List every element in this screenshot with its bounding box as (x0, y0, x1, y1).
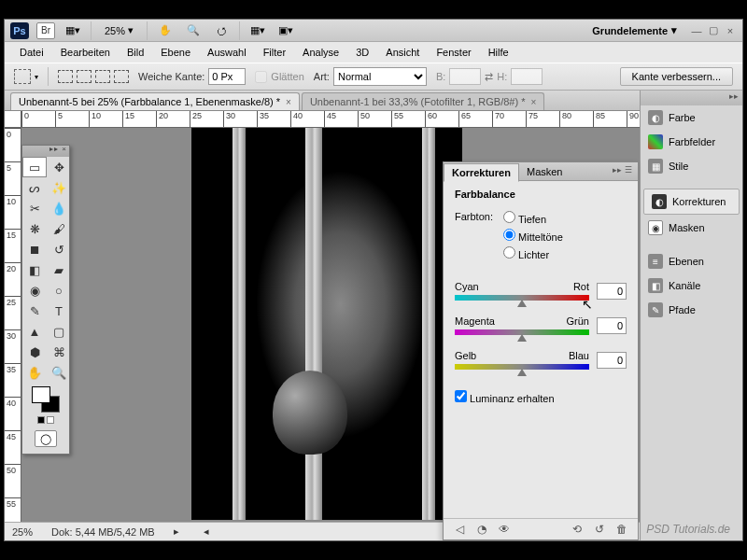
move-tool[interactable]: ✥ (47, 157, 71, 177)
marquee-tool[interactable]: ▭ (22, 157, 47, 177)
zoom-tool[interactable]: 🔍 (47, 362, 71, 383)
panel-korrekturen[interactable]: ◐Korrekturen (643, 189, 740, 215)
dodge-tool[interactable]: ○ (47, 280, 71, 301)
zoom-select[interactable]: 25%▾ (99, 24, 139, 36)
heal-tool[interactable]: ❋ (22, 218, 47, 239)
style-select[interactable]: Normal (333, 67, 427, 86)
hand-tool[interactable]: ✋ (22, 362, 47, 383)
foreground-color[interactable] (32, 386, 50, 403)
prev-state-icon[interactable]: ⟲ (571, 523, 584, 536)
close-button[interactable]: × (724, 24, 737, 37)
maximize-button[interactable]: ▢ (707, 24, 720, 37)
toolbox-header[interactable] (22, 146, 69, 157)
tab-masken[interactable]: Masken (519, 163, 571, 180)
radio-lichter[interactable]: Lichter (503, 246, 563, 260)
3d-cam-tool[interactable]: ⌘ (47, 342, 71, 362)
bridge-logo[interactable]: Br (36, 22, 55, 39)
tab-korrekturen[interactable]: Korrekturen (444, 163, 519, 182)
menu-ansicht[interactable]: Ansicht (378, 44, 427, 61)
cursor-icon: ↖ (582, 297, 593, 312)
ruler-origin[interactable] (5, 111, 21, 128)
rotate-view-shortcut[interactable]: ⭯ (211, 22, 232, 39)
path-select-tool[interactable]: ▲ (22, 321, 47, 342)
scroll-left-icon[interactable]: ◂ (204, 525, 209, 538)
3d-tool[interactable]: ⬢ (22, 342, 47, 362)
panel-stile[interactable]: ▦Stile (641, 154, 742, 178)
menu-fenster[interactable]: Fenster (429, 44, 478, 61)
label-rot: Rot (573, 281, 589, 292)
panel-farbfelder[interactable]: Farbfelder (641, 130, 742, 154)
slider-cyan-red[interactable] (455, 295, 589, 301)
luminance-checkbox[interactable]: Luminanz erhalten (455, 393, 555, 404)
lasso-tool[interactable]: ᔕ (22, 177, 47, 198)
radio-tiefen[interactable]: Tiefen (503, 211, 563, 225)
wand-tool[interactable]: ✨ (47, 177, 71, 198)
sel-sub-icon[interactable] (95, 70, 110, 83)
quickmask-toggle[interactable]: ◯ (35, 430, 57, 447)
panel-pfade[interactable]: ✎Pfade (641, 298, 742, 322)
sel-new-icon[interactable] (58, 70, 73, 83)
sel-intersect-icon[interactable] (114, 70, 129, 83)
status-zoom[interactable]: 25% (12, 526, 33, 538)
workspace-switcher[interactable]: Grundelemente▾ (586, 24, 683, 36)
ruler-vertical[interactable]: 0510152025303540455055 (5, 128, 21, 522)
slider-magenta-green[interactable] (455, 329, 589, 335)
zoom-tool-shortcut[interactable]: 🔍 (183, 22, 204, 39)
back-icon[interactable]: ◁ (453, 523, 466, 536)
stamp-tool[interactable]: ⏹ (22, 239, 47, 259)
screen-mode[interactable]: ▣▾ (275, 22, 296, 39)
close-icon[interactable]: × (530, 97, 536, 107)
visibility-icon[interactable]: 👁 (498, 523, 511, 536)
trash-icon[interactable]: 🗑 (615, 523, 628, 536)
crop-tool[interactable]: ✂ (22, 198, 47, 218)
panel-masken[interactable]: ◉Masken (641, 216, 742, 240)
clip-icon[interactable]: ◔ (475, 523, 488, 536)
options-bar: ▾ Weiche Kante: Glätten Art: Normal B: ⇄… (5, 63, 742, 91)
ruler-horizontal[interactable]: 051015202530354045505560657075808590 (21, 111, 640, 128)
menu-bearbeiten[interactable]: Bearbeiten (53, 44, 118, 61)
gradient-tool[interactable]: ▰ (47, 259, 71, 280)
panel-farbe[interactable]: ◐Farbe (641, 105, 742, 130)
hand-tool-shortcut[interactable]: ✋ (155, 22, 176, 39)
menubar: Datei Bearbeiten Bild Ebene Auswahl Filt… (5, 42, 742, 63)
value-cyan-red[interactable] (597, 283, 627, 300)
menu-auswahl[interactable]: Auswahl (200, 44, 254, 61)
menu-ebene[interactable]: Ebene (153, 44, 198, 61)
tool-preset-icon[interactable] (14, 69, 31, 84)
document-canvas[interactable] (191, 128, 462, 520)
doc-tab-2[interactable]: Unbenannt-1 bei 33,3% (Fotofilter 1, RGB… (302, 92, 544, 110)
value-magenta-green[interactable] (597, 317, 627, 334)
eraser-tool[interactable]: ◧ (22, 259, 47, 280)
panel-collapse-icon[interactable]: ▸▸ ☰ (613, 165, 632, 175)
sel-add-icon[interactable] (77, 70, 92, 83)
pen-tool[interactable]: ✎ (22, 301, 47, 321)
shape-tool[interactable]: ▢ (47, 321, 71, 342)
type-tool[interactable]: T (47, 301, 71, 321)
feather-input[interactable] (208, 68, 246, 85)
menu-filter[interactable]: Filter (256, 44, 293, 61)
docs-dropdown[interactable]: ▦▾ (63, 22, 83, 39)
brush-tool[interactable]: 🖌 (47, 218, 71, 239)
minimize-button[interactable]: — (690, 24, 703, 37)
arrange-docs[interactable]: ▦▾ (247, 22, 268, 39)
menu-bild[interactable]: Bild (120, 44, 151, 61)
menu-hilfe[interactable]: Hilfe (481, 44, 516, 61)
panel-group-header[interactable] (641, 91, 742, 105)
value-yellow-blue[interactable] (597, 352, 627, 369)
history-brush-tool[interactable]: ↺ (47, 239, 71, 259)
panel-ebenen[interactable]: ≡Ebenen (641, 249, 742, 273)
blur-tool[interactable]: ◉ (22, 280, 47, 301)
close-icon[interactable]: × (286, 97, 291, 107)
menu-datei[interactable]: Datei (12, 44, 51, 61)
refine-edge-button[interactable]: Kante verbessern... (620, 67, 733, 86)
foreground-background-swatch[interactable] (32, 386, 60, 413)
status-menu-icon[interactable]: ▸ (174, 525, 179, 538)
menu-3d[interactable]: 3D (348, 44, 376, 61)
doc-tab-1[interactable]: Unbenannt-5 bei 25% (Farbbalance 1, Eben… (10, 92, 300, 110)
eyedropper-tool[interactable]: 💧 (47, 198, 71, 218)
panel-kanaele[interactable]: ◧Kanäle (641, 273, 742, 298)
reset-icon[interactable]: ↺ (593, 523, 606, 536)
radio-mitteltoene[interactable]: Mitteltöne (503, 229, 563, 243)
menu-analyse[interactable]: Analyse (295, 44, 346, 61)
slider-yellow-blue[interactable] (455, 364, 589, 370)
